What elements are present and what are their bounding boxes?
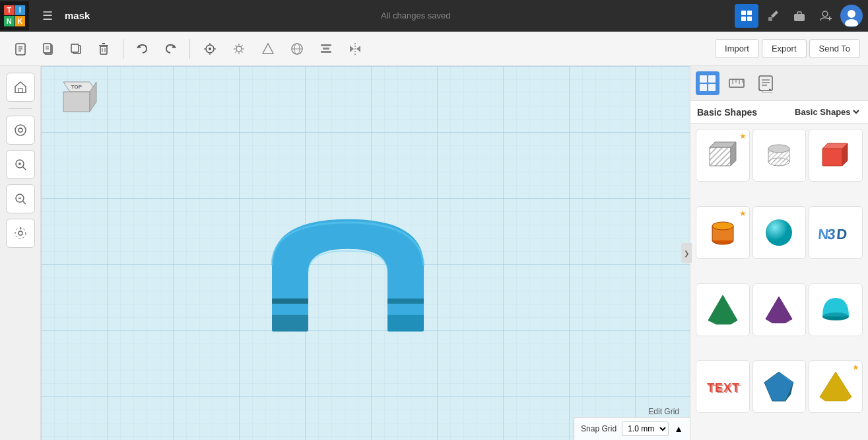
svg-text:TOP: TOP (71, 84, 83, 90)
logo-t: T (4, 5, 15, 16)
shape-pyramid-green[interactable] (696, 283, 750, 336)
top-bar: T I N K ☰ mask All changes saved (0, 0, 868, 32)
title-area: ☰ mask (29, 4, 96, 28)
grid-view-button[interactable] (284, 37, 310, 61)
shape-box-solid[interactable] (809, 129, 863, 182)
svg-rect-0 (741, 11, 746, 15)
shapes-title: Basic Shapes (697, 107, 792, 118)
star-badge: ★ (852, 363, 859, 372)
viewport-bottom-bar: Snap Grid 1.0 mm 0.1 mm 0.5 mm 2.0 mm 5.… (574, 417, 690, 440)
svg-point-54 (18, 128, 22, 132)
ruler-tab-button[interactable] (725, 71, 749, 95)
grid-tab-button[interactable] (696, 71, 719, 95)
shape-button[interactable] (255, 37, 281, 61)
import-button[interactable]: Import (715, 39, 759, 58)
briefcase-button[interactable] (787, 4, 811, 28)
shape-box-hole[interactable]: ★ (696, 129, 750, 182)
select-button[interactable] (6, 116, 35, 145)
collapse-panel-button[interactable]: ❯ (681, 243, 692, 263)
svg-line-43 (241, 45, 242, 46)
edit-grid-button[interactable]: Edit Grid (644, 406, 683, 418)
panel-tabs (690, 66, 868, 101)
undo-button[interactable] (130, 38, 155, 60)
add-user-icon (819, 9, 832, 22)
shape-cylinder-solid[interactable]: ★ (696, 206, 750, 259)
home-view-button[interactable] (6, 73, 35, 102)
delete-icon (97, 42, 110, 55)
svg-marker-113 (766, 297, 792, 323)
send-to-button[interactable]: Send To (809, 39, 860, 58)
arch-shape-svg (259, 213, 437, 345)
shape-pyramid-yellow[interactable]: ★ (809, 360, 863, 413)
left-separator (9, 108, 32, 109)
logo-i: I (15, 5, 26, 16)
shape-diamond-blue[interactable] (752, 360, 807, 413)
new-button[interactable] (8, 38, 33, 60)
avatar-button[interactable] (840, 5, 863, 27)
shape-dome-teal[interactable] (809, 283, 863, 336)
shapes-header: Basic Shapes Basic Shapes Letters Connec… (690, 101, 868, 124)
pyramid-purple-shape (760, 291, 797, 328)
svg-rect-76 (708, 75, 716, 83)
avatar-icon (841, 5, 862, 26)
svg-text:TEXT: TEXT (708, 383, 741, 396)
svg-rect-48 (321, 44, 331, 46)
diamond-blue-shape (760, 368, 797, 405)
svg-point-36 (236, 46, 242, 52)
shape-text-3d[interactable]: N 3 D (809, 206, 863, 259)
mirror-button[interactable] (342, 37, 368, 61)
camera-view-button[interactable] (197, 37, 223, 61)
grid-menu-button[interactable]: ☰ (36, 4, 59, 28)
export-button[interactable]: Export (762, 39, 807, 58)
shape-text-red[interactable]: TEXT TEXT (696, 360, 750, 413)
shapes-category-dropdown[interactable]: Basic Shapes Letters Connectors Featured (792, 106, 861, 118)
shape-cylinder-hole[interactable] (752, 129, 807, 182)
build-button[interactable] (761, 4, 785, 28)
right-panel: Basic Shapes Basic Shapes Letters Connec… (690, 66, 868, 440)
svg-rect-78 (708, 84, 716, 91)
svg-rect-1 (747, 11, 752, 15)
grid-tab-icon (698, 74, 717, 92)
settings-button[interactable] (6, 219, 35, 248)
shape-sphere[interactable] (752, 206, 807, 259)
zoom-out-button[interactable] (6, 184, 35, 213)
light-button[interactable] (226, 37, 252, 61)
logo-k: K (15, 16, 26, 26)
zoom-in-icon (13, 157, 28, 172)
notes-tab-button[interactable] (754, 71, 778, 95)
svg-rect-52 (18, 89, 22, 92)
viewport[interactable]: TOP (41, 66, 690, 440)
svg-rect-4 (768, 17, 772, 21)
wrench-icon (766, 9, 780, 22)
main-content: TOP (0, 66, 868, 440)
apps-button[interactable] (735, 4, 758, 28)
redo-button[interactable] (158, 38, 183, 60)
duplicate-button[interactable] (63, 38, 88, 60)
shape-pyramid-purple[interactable] (752, 283, 807, 336)
delete-button[interactable] (91, 38, 116, 60)
copy-to-clipboard-button[interactable] (36, 38, 61, 60)
svg-rect-6 (797, 12, 801, 15)
svg-point-11 (848, 10, 855, 18)
svg-rect-77 (700, 84, 707, 91)
duplicate-icon (69, 42, 83, 55)
zoom-out-icon (13, 192, 28, 206)
light-icon (232, 42, 246, 56)
svg-rect-98 (822, 149, 842, 166)
svg-point-97 (768, 145, 789, 153)
topbar-right (735, 4, 868, 28)
undo-icon (136, 42, 149, 55)
svg-point-31 (209, 48, 211, 50)
view-cube[interactable]: TOP (50, 75, 103, 128)
svg-marker-118 (764, 372, 793, 401)
svg-marker-111 (708, 295, 737, 324)
briefcase-icon (793, 9, 806, 22)
zoom-in-button[interactable] (6, 150, 35, 179)
logo-n: N (4, 16, 15, 26)
align-button[interactable] (313, 37, 339, 61)
svg-rect-23 (100, 46, 107, 54)
svg-rect-74 (387, 299, 424, 304)
add-user-button[interactable] (814, 4, 838, 28)
snap-up-button[interactable]: ▲ (674, 423, 683, 434)
snap-grid-select[interactable]: 1.0 mm 0.1 mm 0.5 mm 2.0 mm 5.0 mm (622, 422, 669, 436)
